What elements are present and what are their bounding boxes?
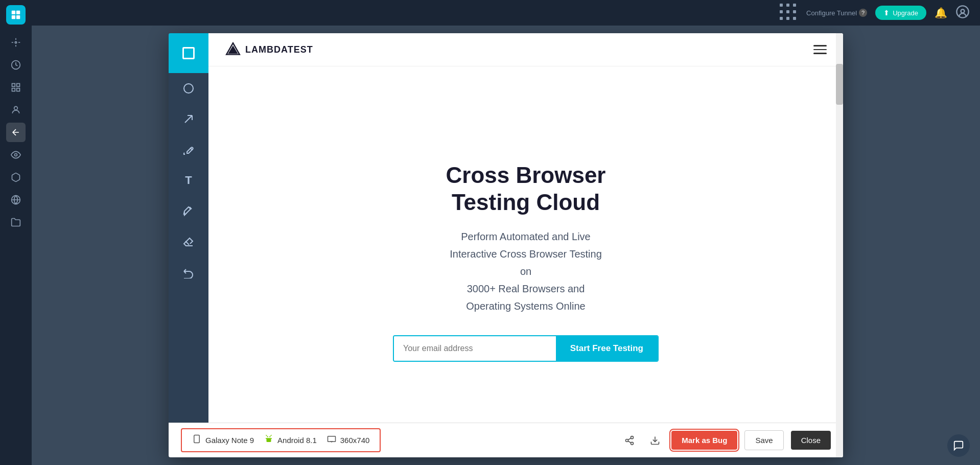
svg-point-20: [269, 436, 270, 437]
device-info: Galaxy Note 9 Android 8.1: [208, 428, 381, 452]
undo-tool-button[interactable]: [173, 259, 204, 286]
sidebar-item-eye[interactable]: [6, 145, 26, 165]
android-icon: [264, 434, 273, 446]
upgrade-icon: ⬆: [883, 9, 890, 17]
hero-title: Cross Browser Testing Cloud: [446, 162, 605, 216]
svg-point-15: [184, 84, 193, 93]
bell-icon[interactable]: 🔔: [935, 7, 947, 19]
svg-rect-9: [17, 88, 20, 91]
resolution-item: 360x740: [327, 434, 370, 446]
sidebar-item-navigate[interactable]: [6, 33, 26, 52]
svg-line-28: [628, 438, 631, 439]
main-content: T: [32, 26, 980, 465]
svg-rect-2: [12, 15, 15, 19]
hamburger-menu[interactable]: [813, 45, 827, 54]
sidebar-item-apps[interactable]: [6, 78, 26, 97]
svg-point-4: [15, 41, 16, 43]
sidebar-item-profile[interactable]: [6, 100, 26, 120]
scrollbar-thumb[interactable]: [836, 64, 843, 105]
sidebar-item-network[interactable]: [6, 190, 26, 210]
sidebar-item-folder[interactable]: [6, 213, 26, 232]
chat-bubble-button[interactable]: [947, 434, 970, 457]
modal-bottom-bar: Galaxy Note 9 Android 8.1: [208, 423, 843, 457]
pen-tool-button[interactable]: [173, 136, 204, 163]
top-bar: Configure Tunnel ? ⬆ Upgrade 🔔: [32, 0, 980, 26]
question-icon: ?: [859, 9, 867, 17]
sidebar-item-clock[interactable]: [6, 55, 26, 75]
text-tool-icon: T: [185, 174, 192, 187]
svg-point-26: [631, 442, 634, 445]
signup-form: Start Free Testing: [393, 335, 659, 362]
svg-point-19: [267, 436, 268, 437]
configure-tunnel-link[interactable]: Configure Tunnel ?: [806, 9, 867, 17]
highlight-tool-button[interactable]: [173, 198, 204, 224]
eraser-tool-button[interactable]: [173, 228, 204, 255]
hero-subtitle: Perform Automated and Live Interactive C…: [450, 228, 602, 315]
svg-point-13: [956, 6, 968, 17]
close-button[interactable]: Close: [791, 431, 831, 450]
grid-icon[interactable]: [780, 4, 798, 22]
app-logo[interactable]: [6, 5, 26, 25]
tools-panel: T: [169, 33, 208, 457]
website-content: LAMBDATEST Cross Browser Testing Cloud: [208, 33, 843, 457]
svg-point-24: [631, 436, 634, 438]
download-icon[interactable]: [646, 431, 664, 450]
svg-point-11: [15, 154, 17, 156]
svg-rect-21: [328, 436, 335, 442]
svg-rect-8: [12, 88, 15, 91]
share-icon[interactable]: [620, 431, 639, 450]
svg-rect-1: [16, 11, 20, 14]
start-free-testing-button[interactable]: Start Free Testing: [556, 336, 658, 361]
sidebar-item-back[interactable]: [6, 123, 26, 142]
svg-rect-6: [12, 84, 15, 87]
svg-rect-3: [16, 15, 20, 19]
os-version-item: Android 8.1: [264, 434, 317, 446]
resolution-icon: [327, 434, 336, 446]
svg-rect-0: [12, 11, 15, 14]
preview-area: LAMBDATEST Cross Browser Testing Cloud: [208, 33, 843, 457]
mark-as-bug-button[interactable]: Mark as Bug: [671, 431, 737, 450]
lambdatest-logo: LAMBDATEST: [225, 41, 313, 58]
save-button[interactable]: Save: [744, 430, 783, 450]
svg-point-25: [626, 439, 628, 441]
device-name-item: Galaxy Note 9: [208, 434, 254, 446]
user-circle-icon[interactable]: [955, 5, 970, 21]
sidebar-item-box[interactable]: [6, 168, 26, 187]
rectangle-tool-button[interactable]: [169, 33, 208, 73]
email-input[interactable]: [394, 336, 556, 361]
hero-section: Cross Browser Testing Cloud Perform Auto…: [208, 66, 843, 457]
left-sidebar: [0, 0, 32, 465]
svg-rect-7: [17, 84, 20, 87]
circle-tool-button[interactable]: [173, 75, 204, 102]
bottom-actions: Mark as Bug Save Close: [620, 430, 831, 450]
screenshot-modal: T: [169, 33, 843, 457]
text-tool-button[interactable]: T: [173, 167, 204, 194]
upgrade-button[interactable]: ⬆ Upgrade: [875, 6, 926, 20]
arrow-tool-button[interactable]: [173, 106, 204, 132]
website-nav: LAMBDATEST: [208, 33, 843, 66]
scrollbar-track[interactable]: [836, 33, 843, 457]
svg-line-27: [628, 441, 631, 443]
svg-point-10: [14, 106, 18, 110]
svg-rect-14: [183, 48, 194, 59]
